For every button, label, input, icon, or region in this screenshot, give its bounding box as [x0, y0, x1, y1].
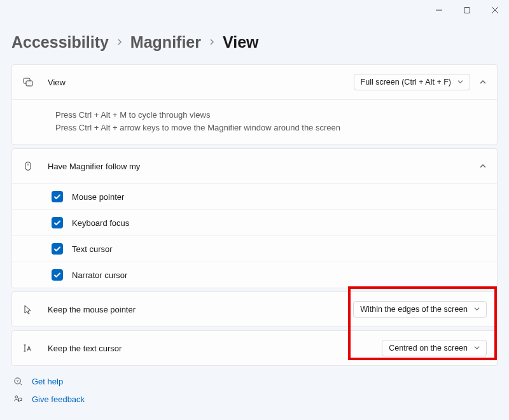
svg-point-10: [15, 396, 17, 398]
hint-line-1: Press Ctrl + Alt + M to cycle through vi…: [55, 109, 487, 122]
option-label: Keyboard focus: [72, 218, 129, 228]
mouse-pointer-label: Keep the mouse pointer: [48, 305, 353, 314]
svg-line-8: [19, 383, 21, 385]
text-cursor-row[interactable]: Keep the text cursor Centred on the scre…: [12, 331, 497, 365]
mouse-pointer-section: Keep the mouse pointer Within the edges …: [11, 291, 498, 327]
option-label: Narrator cursor: [72, 270, 127, 280]
text-cursor-icon: [22, 342, 34, 354]
view-mode-select[interactable]: Full screen (Ctrl + Alt + F): [354, 74, 470, 90]
get-help-text: Get help: [32, 377, 63, 386]
breadcrumb-view: View: [223, 33, 259, 52]
chevron-down-icon: [474, 344, 480, 353]
text-cursor-section: Keep the text cursor Centred on the scre…: [11, 330, 498, 366]
follow-label: Have Magnifier follow my: [48, 162, 470, 171]
view-hints: Press Ctrl + Alt + M to cycle through vi…: [12, 99, 497, 144]
get-help-link[interactable]: ? Get help: [13, 376, 496, 386]
chevron-down-icon: [457, 78, 463, 87]
hint-line-2: Press Ctrl + Alt + arrow keys to move th…: [55, 122, 487, 134]
text-cursor-label: Keep the text cursor: [48, 344, 382, 353]
collapse-chevron-icon[interactable]: [479, 162, 487, 170]
text-cursor-value: Centred on the screen: [389, 344, 468, 353]
checkbox-checked-icon[interactable]: [52, 191, 63, 202]
give-feedback-text: Give feedback: [32, 395, 85, 404]
breadcrumb-accessibility[interactable]: Accessibility: [11, 33, 109, 52]
option-label: Text cursor: [72, 244, 113, 254]
feedback-icon: [13, 394, 23, 404]
give-feedback-link[interactable]: Give feedback: [13, 394, 496, 404]
mouse-pointer-value: Within the edges of the screen: [360, 305, 468, 314]
window-controls: [0, 0, 509, 20]
view-header-row[interactable]: View Full screen (Ctrl + Alt + F): [12, 65, 497, 99]
view-label: View: [48, 78, 354, 87]
close-button[interactable]: [481, 0, 509, 20]
checkbox-checked-icon[interactable]: [52, 217, 63, 228]
follow-option-keyboard-focus[interactable]: Keyboard focus: [12, 209, 497, 235]
follow-option-narrator-cursor[interactable]: Narrator cursor: [12, 262, 497, 288]
chevron-down-icon: [474, 305, 480, 314]
help-icon: ?: [13, 376, 23, 386]
checkbox-checked-icon[interactable]: [52, 243, 63, 255]
view-mode-value: Full screen (Ctrl + Alt + F): [361, 78, 451, 87]
mouse-pointer-select[interactable]: Within the edges of the screen: [353, 301, 487, 318]
breadcrumb: Accessibility Magnifier View: [11, 33, 498, 52]
minimize-button[interactable]: [425, 0, 453, 20]
checkbox-checked-icon[interactable]: [52, 269, 63, 281]
follow-section: Have Magnifier follow my Mouse pointer K…: [11, 148, 498, 288]
option-label: Mouse pointer: [72, 192, 124, 202]
mouse-icon: [22, 160, 34, 172]
follow-option-text-cursor[interactable]: Text cursor: [12, 235, 497, 262]
chevron-right-icon: [116, 38, 123, 47]
maximize-button[interactable]: [453, 0, 481, 20]
svg-text:?: ?: [17, 379, 18, 383]
view-icon: [22, 76, 34, 88]
follow-option-mouse-pointer[interactable]: Mouse pointer: [12, 183, 497, 209]
cursor-icon: [22, 304, 34, 315]
svg-rect-0: [464, 8, 470, 13]
follow-header-row[interactable]: Have Magnifier follow my: [12, 149, 497, 183]
text-cursor-select[interactable]: Centred on the screen: [382, 340, 487, 356]
collapse-chevron-icon[interactable]: [479, 78, 487, 86]
svg-rect-3: [25, 162, 31, 171]
chevron-right-icon: [209, 38, 215, 47]
svg-rect-2: [26, 81, 32, 86]
breadcrumb-magnifier[interactable]: Magnifier: [130, 33, 201, 52]
follow-options-list: Mouse pointer Keyboard focus Text cursor…: [12, 183, 497, 288]
view-section: View Full screen (Ctrl + Alt + F) Press …: [11, 64, 498, 145]
mouse-pointer-row[interactable]: Keep the mouse pointer Within the edges …: [12, 292, 497, 326]
